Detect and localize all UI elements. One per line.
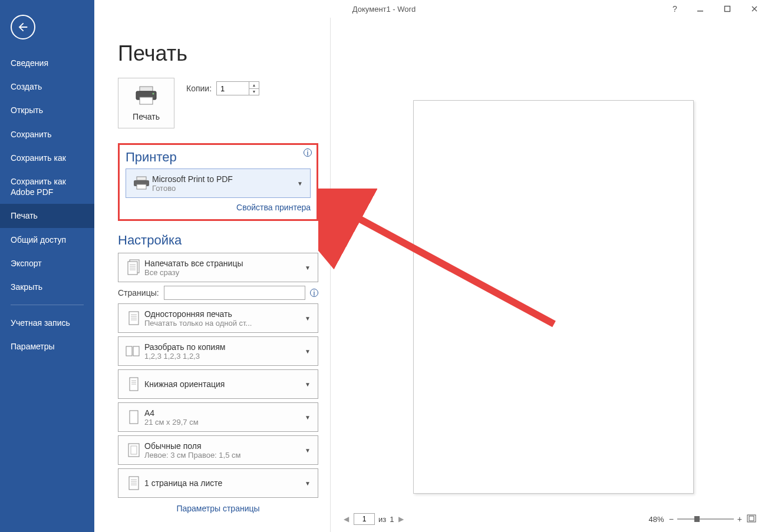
paper-icon: [123, 408, 144, 426]
page-total-prefix: из: [378, 515, 386, 524]
print-preview-panel: ◀ из 1 ▶ 48% − +: [330, 18, 768, 532]
svg-rect-0: [697, 11, 703, 12]
backstage-sidebar: Сведения Создать Открыть Сохранить Сохра…: [0, 0, 94, 532]
minimize-button[interactable]: [687, 0, 714, 18]
orientation-title: Книжная ориентация: [144, 379, 302, 389]
svg-rect-8: [137, 184, 146, 189]
pages-info-icon[interactable]: i: [310, 289, 318, 297]
close-button[interactable]: [741, 0, 768, 18]
zoom-value: 48%: [649, 515, 664, 524]
chevron-down-icon: ▼: [302, 480, 313, 487]
chevron-down-icon: ▼: [302, 414, 313, 421]
page-setup-link[interactable]: Параметры страницы: [118, 504, 318, 513]
margins-icon: [123, 441, 144, 459]
nav-close[interactable]: Закрыть: [0, 275, 94, 299]
nav-new[interactable]: Создать: [0, 75, 94, 98]
printer-dropdown[interactable]: Microsoft Print to PDF Готово ▼: [126, 168, 311, 198]
chevron-down-icon: ▼: [302, 447, 313, 454]
page-navigator: ◀ из 1 ▶: [342, 513, 405, 525]
pages-input[interactable]: [164, 286, 305, 300]
orientation-dropdown[interactable]: Книжная ориентация ▼: [118, 369, 318, 399]
chevron-down-icon: ▼: [295, 180, 305, 187]
maximize-button[interactable]: [714, 0, 741, 18]
zoom-controls: 48% − +: [649, 514, 756, 524]
settings-section: Настройка Напечатать все страницы Все ср…: [118, 233, 318, 513]
duplex-dropdown[interactable]: Односторонняя печать Печатать только на …: [118, 303, 318, 333]
svg-rect-21: [133, 346, 139, 356]
copies-input[interactable]: [217, 82, 249, 95]
zoom-fit-button[interactable]: [747, 514, 756, 524]
copies-up[interactable]: ▲: [249, 82, 259, 89]
printer-dd-icon: [131, 176, 152, 190]
nav-save-as[interactable]: Сохранить как: [0, 146, 94, 170]
page-heading: Печать: [118, 41, 318, 66]
print-action-row: Печать Копии: ▲ ▼: [118, 78, 318, 128]
chevron-down-icon: ▼: [302, 265, 313, 271]
current-page-input[interactable]: [354, 513, 375, 525]
nav-print[interactable]: Печать: [0, 204, 94, 227]
copies-down[interactable]: ▼: [249, 89, 259, 95]
prev-page-button[interactable]: ◀: [342, 515, 350, 523]
one-sided-icon: [123, 309, 144, 327]
chevron-down-icon: ▼: [302, 381, 313, 388]
document-stack-icon: [123, 259, 144, 276]
printer-name: Microsoft Print to PDF: [152, 174, 295, 184]
printer-properties-link[interactable]: Свойства принтера: [126, 203, 311, 212]
print-range-title: Напечатать все страницы: [144, 259, 302, 268]
printer-status: Готово: [152, 184, 295, 193]
duplex-title: Односторонняя печать: [144, 309, 302, 319]
chevron-down-icon: ▼: [302, 315, 313, 322]
back-button[interactable]: [11, 15, 35, 39]
help-button[interactable]: ?: [663, 0, 687, 18]
nav-options[interactable]: Параметры: [0, 335, 94, 358]
pages-per-sheet-dropdown[interactable]: 1 страница на листе ▼: [118, 468, 318, 498]
nav-save[interactable]: Сохранить: [0, 123, 94, 146]
collate-icon: [123, 343, 144, 359]
preview-status-bar: ◀ из 1 ▶ 48% − +: [331, 513, 768, 525]
paper-title: A4: [144, 408, 302, 418]
next-page-button[interactable]: ▶: [397, 515, 405, 523]
zoom-thumb[interactable]: [694, 516, 700, 522]
printer-icon: [134, 85, 159, 107]
nav-share[interactable]: Общий доступ: [0, 228, 94, 252]
nav-export[interactable]: Экспорт: [0, 252, 94, 275]
print-range-sub: Все сразу: [144, 268, 302, 277]
margins-title: Обычные поля: [144, 441, 302, 451]
nav-info[interactable]: Сведения: [0, 51, 94, 75]
zoom-out-button[interactable]: −: [669, 514, 674, 524]
nav-open[interactable]: Открыть: [0, 98, 94, 122]
printer-section-title: Принтер: [126, 150, 311, 165]
zoom-track[interactable]: [677, 518, 734, 520]
svg-rect-20: [126, 346, 132, 356]
preview-page: [413, 100, 694, 494]
svg-rect-27: [128, 444, 139, 457]
main-area: Печать Печать Копии: ▲: [94, 18, 768, 532]
svg-rect-35: [749, 516, 754, 521]
paper-sub: 21 см x 29,7 см: [144, 418, 302, 427]
margins-dropdown[interactable]: Обычные поля Левое: 3 см Правое: 1,5 см …: [118, 435, 318, 465]
print-button[interactable]: Печать: [118, 78, 174, 128]
duplex-sub: Печатать только на одной ст...: [144, 319, 302, 328]
print-range-dropdown[interactable]: Напечатать все страницы Все сразу ▼: [118, 253, 318, 282]
zoom-in-button[interactable]: +: [737, 514, 742, 524]
nav-account[interactable]: Учетная запись: [0, 311, 94, 335]
copies-spinner[interactable]: ▲ ▼: [216, 81, 259, 95]
window-title: Документ1 - Word: [352, 5, 416, 14]
pages-label: Страницы:: [118, 288, 159, 298]
printer-info-icon[interactable]: i: [304, 148, 312, 157]
paper-size-dropdown[interactable]: A4 21 см x 29,7 см ▼: [118, 402, 318, 432]
window-controls: ?: [663, 0, 768, 18]
portrait-icon: [123, 375, 144, 393]
per-sheet-title: 1 страница на листе: [144, 478, 302, 488]
pages-per-sheet-icon: [123, 474, 144, 492]
svg-rect-6: [137, 177, 146, 180]
zoom-slider[interactable]: − +: [669, 514, 742, 524]
margins-sub: Левое: 3 см Правое: 1,5 см: [144, 451, 302, 460]
collate-dropdown[interactable]: Разобрать по копиям 1,2,3 1,2,3 1,2,3 ▼: [118, 336, 318, 366]
svg-rect-26: [130, 411, 138, 424]
print-button-label: Печать: [133, 112, 160, 121]
printer-section: i Принтер Microsoft Print to PDF Готово …: [118, 143, 318, 221]
page-total: 1: [390, 515, 394, 524]
svg-rect-2: [140, 87, 153, 91]
nav-save-as-pdf[interactable]: Сохранить как Adobe PDF: [0, 170, 94, 204]
